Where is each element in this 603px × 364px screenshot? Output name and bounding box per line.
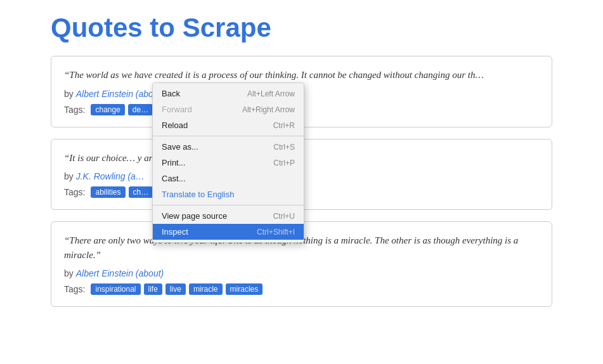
page-title: Quotes to Scrape [0,0,603,56]
tag-miracle[interactable]: miracle [189,283,223,295]
menu-item-shortcut-inspect: Ctrl+Shift+I [257,228,295,237]
menu-item-shortcut-reload: Ctrl+R [273,121,295,130]
menu-item-label-cast: Cast... [162,174,186,183]
author-link-3[interactable]: Albert Einstein [76,268,133,278]
menu-item-label-translate: Translate to English [162,190,234,199]
menu-item-forward: ForwardAlt+Right Arrow [153,101,304,117]
quote-text-1: “The world as we have created it is a pr… [64,68,539,82]
menu-item-translate[interactable]: Translate to English [153,186,304,202]
tag-live[interactable]: live [165,283,186,295]
author-link-2[interactable]: J.K. Rowling [76,171,126,181]
menu-item-label-inspect: Inspect [162,227,188,237]
menu-item-label-reload: Reload [162,120,188,130]
tag-life[interactable]: life [144,283,162,295]
menu-item-back[interactable]: BackAlt+Left Arrow [153,86,304,101]
menu-item-shortcut-save-as: Ctrl+S [273,143,295,152]
menu-item-save-as[interactable]: Save as...Ctrl+S [153,139,304,155]
tag-de[interactable]: de… [128,104,153,115]
menu-item-label-back: Back [162,89,180,98]
menu-item-label-print: Print... [162,158,186,167]
menu-item-label-view-source: View page source [162,211,227,221]
quote-author-line-3: by Albert Einstein (about) [64,268,539,278]
tag-miracles[interactable]: miracles [226,283,263,295]
menu-item-view-source[interactable]: View page sourceCtrl+U [153,208,304,224]
tag-change[interactable]: change [91,104,124,115]
author-about-link-3[interactable]: (about) [136,268,164,278]
author-link-1[interactable]: Albert Einstein [76,89,133,99]
menu-item-label-forward: Forward [162,105,192,114]
tag-ch[interactable]: ch… [129,186,153,198]
menu-item-shortcut-back: Alt+Left Arrow [247,89,295,98]
quote-tags-3: Tags: inspirational life live miracle mi… [64,283,539,295]
context-menu: BackAlt+Left ArrowForwardAlt+Right Arrow… [152,82,304,243]
author-about-link-2[interactable]: (a… [127,171,144,181]
menu-item-shortcut-forward: Alt+Right Arrow [242,105,295,114]
menu-divider [153,136,304,136]
menu-item-cast[interactable]: Cast... [153,171,304,186]
tag-abilities[interactable]: abilities [91,186,125,198]
menu-item-shortcut-print: Ctrl+P [273,159,295,167]
tag-inspirational[interactable]: inspirational [91,283,140,295]
menu-item-label-save-as: Save as... [162,142,198,152]
menu-item-inspect[interactable]: InspectCtrl+Shift+I [153,224,304,240]
menu-item-reload[interactable]: ReloadCtrl+R [153,117,304,133]
menu-item-shortcut-view-source: Ctrl+U [273,212,295,221]
menu-divider [153,205,304,205]
menu-item-print[interactable]: Print...Ctrl+P [153,155,304,171]
